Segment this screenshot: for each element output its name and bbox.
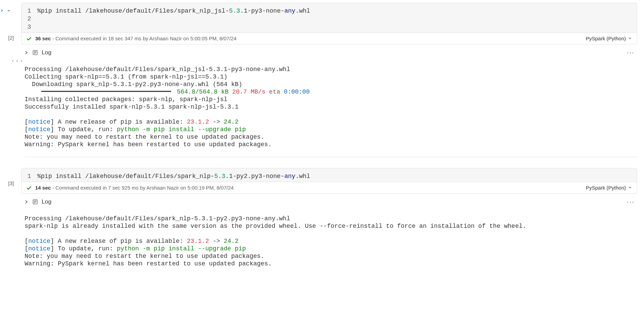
code-line: %pip install /lakehouse/default/Files/sp… [37,7,310,15]
code-cell: [3] 1 %pip install /lakehouse/default/Fi… [21,168,637,268]
line-number: 3 [26,23,37,31]
cell-output: Processing /lakehouse/default/Files/spar… [25,208,637,268]
cell-output: ···Processing /lakehouse/default/Files/s… [25,58,637,148]
code-line: %pip install /lakehouse/default/Files/sp… [37,172,310,180]
expand-log-icon[interactable] [24,199,29,204]
language-picker[interactable]: PySpark (Python) [586,36,632,41]
cell-divider [25,157,637,157]
log-icon [32,199,38,205]
success-icon [26,36,32,41]
language-label: PySpark (Python) [586,36,626,41]
status-text: 36 sec - Command executed in 18 sec 347 … [35,36,237,41]
line-number: 1 [26,7,37,15]
language-label: PySpark (Python) [586,185,626,191]
notebook-view: [2] 1 %pip install /lakehouse/default/Fi… [0,0,644,268]
progress-bar [41,91,171,92]
line-number: 1 [26,172,37,180]
success-icon [26,185,32,191]
log-header: Log ··· [24,198,637,206]
cell-status-bar: 36 sec - Command executed in 18 sec 347 … [21,33,637,44]
run-next-icon[interactable] [7,8,11,14]
language-picker[interactable]: PySpark (Python) [586,185,632,191]
chevron-down-icon [628,185,632,191]
code-cell: [2] 1 %pip install /lakehouse/default/Fi… [21,3,637,149]
run-nav [0,8,11,14]
chevron-down-icon [628,36,632,41]
more-options-icon[interactable]: ··· [627,49,637,56]
execution-count: [3] [8,180,14,186]
run-prev-icon[interactable] [0,8,4,14]
line-number: 2 [26,15,37,23]
more-options-icon[interactable]: ··· [627,198,637,206]
expand-log-icon[interactable] [24,50,29,55]
log-header: Log ··· [24,49,637,56]
code-editor[interactable]: 1 %pip install /lakehouse/default/Files/… [21,168,637,182]
log-title: Log [42,49,51,56]
log-icon [32,50,38,56]
execution-count: [2] [8,35,14,41]
code-editor[interactable]: 1 %pip install /lakehouse/default/Files/… [21,3,637,33]
cell-status-bar: 14 sec - Command executed in 7 sec 925 m… [21,182,637,194]
output-menu-icon[interactable]: ··· [11,58,24,65]
log-title: Log [42,198,51,205]
status-text: 14 sec - Command executed in 7 sec 925 m… [35,185,234,191]
